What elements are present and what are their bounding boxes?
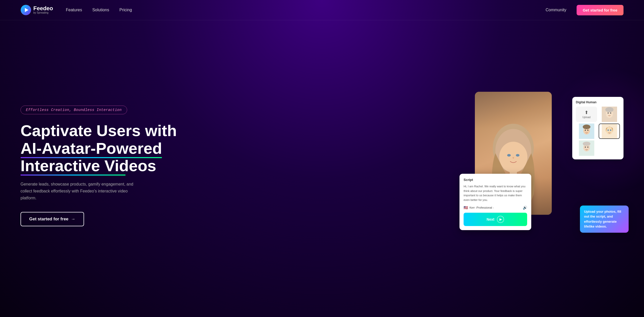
nav-link-pricing[interactable]: Pricing [119,8,132,12]
tooltip-text: Upload your photos, fill out the script,… [584,210,621,229]
navbar: Feedeo by Spreading Features Solutions P… [0,0,644,20]
upload-label: Upload [582,116,591,119]
logo-icon [21,5,31,15]
svg-point-6 [516,154,519,157]
script-voice-row: 🇺🇸 Kerr -Professional - 🔊 [464,206,527,210]
logo-sub: by Spreading [33,11,53,14]
hero-title-line2: AI-Avatar-Powered [21,140,162,157]
digital-human-panel: Digital Human ⬆ Upload [572,97,623,159]
hero-badge: Effortless Creation, Boundless Interacti… [21,106,127,114]
svg-point-11 [610,112,611,114]
nav-community-link[interactable]: Community [546,8,566,12]
logo-text: Feedeo by Spreading [33,6,53,14]
nav-link-solutions[interactable]: Solutions [92,8,109,12]
svg-point-17 [583,125,590,129]
svg-point-10 [608,112,609,114]
logo[interactable]: Feedeo by Spreading [21,5,53,15]
next-label: Next [487,217,494,221]
avatar-face-3 [602,124,617,139]
svg-point-15 [585,129,586,131]
nav-cta-button[interactable]: Get started for free [577,5,623,15]
avatar-grid: ⬆ Upload [576,107,620,156]
hero-description: Generate leads, showcase products, gamif… [21,181,136,202]
next-circle-icon: ▶ [497,216,504,223]
avatar-thumb-1[interactable] [599,107,620,122]
hero-mockup: Digital Human ⬆ Upload [459,92,623,240]
voice-label: Kerr -Professional - [469,206,494,209]
tooltip-bubble: Upload your photos, fill out the script,… [580,206,629,233]
nav-link-features[interactable]: Features [66,8,82,12]
script-title: Script [464,178,527,182]
hero-title-line3: Interactive Videos [21,157,156,175]
svg-point-12 [605,107,614,112]
nav-right: Community Get started for free [546,5,623,15]
script-text: Hi, I am Rachel. We really want to know … [464,184,527,202]
svg-point-24 [585,146,586,148]
nav-left: Feedeo by Spreading Features Solutions P… [21,5,132,15]
avatar-face-4 [579,140,594,156]
hero-cta-button[interactable]: Get started for free → [21,212,84,226]
hero-title-line1: Captivate Users with [21,122,177,139]
speaker-icon: 🔊 [523,206,527,210]
svg-point-16 [587,129,588,131]
digital-human-title: Digital Human [576,100,620,104]
avatar-face-1 [602,107,617,122]
svg-point-5 [507,154,511,157]
hero-left: Effortless Creation, Boundless Interacti… [21,106,177,226]
svg-point-25 [587,146,588,148]
nav-links: Features Solutions Pricing [66,8,132,12]
flag-icon: 🇺🇸 [464,206,468,210]
svg-point-20 [607,129,609,131]
avatar-face-2 [579,124,594,139]
upload-icon: ⬆ [585,110,588,115]
hero-title: Captivate Users with AI-Avatar-Powered I… [21,122,177,175]
next-button[interactable]: Next ▶ [464,213,527,226]
hero-section: Effortless Creation, Boundless Interacti… [0,20,644,317]
hero-cta-arrow: → [71,217,75,222]
svg-point-4 [499,142,527,172]
avatar-thumb-4[interactable] [576,140,597,156]
script-panel: Script Hi, I am Rachel. We really want t… [459,174,531,230]
hero-cta-label: Get started for free [29,217,68,222]
logo-name: Feedeo [33,6,53,11]
svg-point-26 [583,142,590,146]
avatar-thumb-3-selected[interactable] [599,124,620,139]
upload-cell[interactable]: ⬆ Upload [576,107,597,122]
svg-point-21 [610,129,611,131]
avatar-thumb-2[interactable] [576,124,597,139]
